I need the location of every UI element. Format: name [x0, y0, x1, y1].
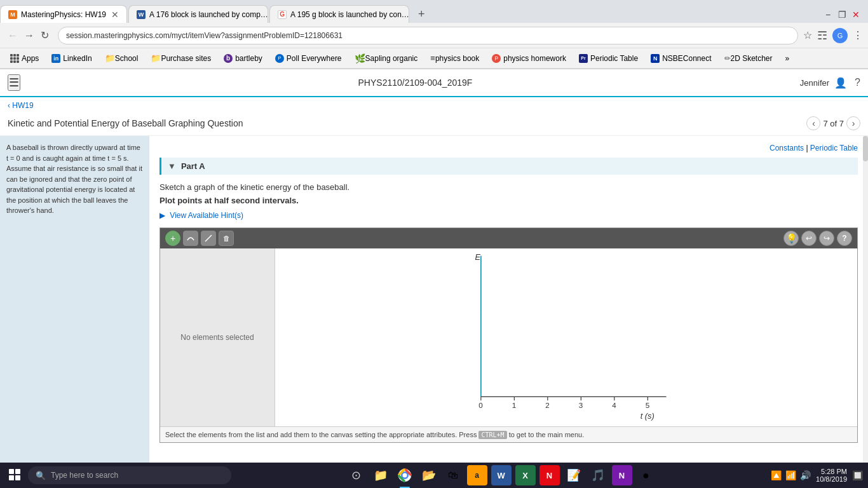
- bookmark-2d-sketcher[interactable]: ✏ 2D Sketcher: [719, 53, 778, 64]
- taskbar-sticky[interactable]: 📝: [564, 465, 584, 485]
- taskbar-netflix[interactable]: N: [539, 465, 560, 485]
- constants-row: Constants | Periodic Table: [159, 144, 858, 152]
- taskbar-other[interactable]: ●: [636, 465, 656, 485]
- address-icons: ☆ ☶ G ⋮: [803, 28, 863, 43]
- scrollbar-thumb[interactable]: [863, 136, 868, 161]
- refresh-button[interactable]: ↻: [38, 27, 51, 44]
- taskbar-network-icon[interactable]: 📶: [785, 470, 796, 480]
- tab-label-1: MasteringPhysics: HW19: [21, 10, 106, 19]
- taskbar-time[interactable]: 5:28 PM 10/8/2019: [816, 468, 847, 483]
- graph-hint-button[interactable]: 💡: [783, 231, 799, 246]
- forward-button[interactable]: →: [22, 27, 37, 44]
- taskbar-file-explorer[interactable]: 📁: [370, 465, 391, 485]
- app-header: ☰ PHYS2110/2109-004_2019F Jennifer 👤 ?: [0, 69, 868, 97]
- svg-text:4: 4: [612, 401, 616, 409]
- bookmark-bartleby[interactable]: b bartleby: [219, 53, 268, 64]
- graph-add-button[interactable]: +: [165, 231, 180, 246]
- bookmark-nsbe-label: NSBEConnect: [662, 54, 711, 63]
- taskbar-up-arrow-icon[interactable]: 🔼: [771, 470, 782, 480]
- bookmark-periodic-table[interactable]: Pr Periodic Table: [574, 53, 643, 64]
- hint-link-label: View Available Hint(s): [170, 211, 243, 220]
- bookmark-school-label: School: [115, 54, 139, 63]
- graph-body: No elements selected E 0 1: [160, 248, 857, 426]
- periodic-table-link[interactable]: Periodic Table: [810, 144, 858, 152]
- main-content: A baseball is thrown directly upward at …: [0, 136, 868, 469]
- linkedin-icon: in: [51, 54, 60, 63]
- profile-avatar[interactable]: G: [832, 28, 848, 43]
- bookmark-poll-everywhere[interactable]: P Poll Everywhere: [270, 53, 347, 64]
- taskbar-right: 🔼 📶 🔊 5:28 PM 10/8/2019 🔲: [771, 468, 863, 483]
- next-question-button[interactable]: ›: [846, 116, 860, 130]
- breadcrumb[interactable]: ‹ HW19: [0, 97, 868, 114]
- taskbar-search[interactable]: 🔍 Type here to search: [28, 466, 231, 484]
- bookmark-star-icon[interactable]: ☆: [803, 29, 812, 41]
- taskbar-amazon[interactable]: a: [467, 465, 487, 485]
- taskbar-search-placeholder: Type here to search: [51, 471, 118, 480]
- tab-label-3: A 195 g block is launched by con…: [290, 10, 409, 19]
- new-tab-button[interactable]: +: [413, 8, 430, 21]
- hamburger-menu[interactable]: ☰: [8, 74, 20, 91]
- taskbar-excel[interactable]: X: [515, 465, 536, 485]
- bookmark-physics-homework-label: physics homework: [503, 54, 566, 63]
- graph-line-button[interactable]: [201, 231, 216, 246]
- taskbar-chrome[interactable]: [395, 465, 415, 485]
- scrollbar-track[interactable]: [863, 136, 868, 469]
- tab-195[interactable]: G A 195 g block is launched by con… ✕: [269, 5, 409, 23]
- graph-delete-button[interactable]: 🗑: [219, 231, 234, 246]
- help-icon[interactable]: ?: [855, 77, 860, 88]
- taskbar-folder[interactable]: 📂: [419, 465, 439, 485]
- tab-close-1[interactable]: ✕: [111, 10, 119, 20]
- chrome-dots-icon[interactable]: ⋮: [853, 29, 863, 41]
- start-button[interactable]: [5, 465, 25, 485]
- address-bar: ← → ↻ ☆ ☶ G ⋮: [0, 23, 868, 48]
- bookmark-linkedin[interactable]: in LinkedIn: [46, 53, 97, 64]
- bookmark-sketcher-label: 2D Sketcher: [731, 54, 773, 63]
- collapse-arrow-icon[interactable]: ▼: [168, 161, 176, 171]
- chrome-menu-icon[interactable]: ☶: [817, 29, 827, 43]
- close-button[interactable]: ✕: [851, 10, 860, 18]
- graph-instructions: Select the elements from the list and ad…: [160, 426, 857, 442]
- bookmark-sapling[interactable]: 🌿 Sapling organic: [349, 52, 423, 65]
- graph-help-button[interactable]: ?: [837, 231, 852, 246]
- bookmark-bartleby-label: bartleby: [235, 54, 262, 63]
- tab-mastering[interactable]: M MasteringPhysics: HW19 ✕: [0, 5, 127, 23]
- svg-text:0: 0: [478, 401, 483, 409]
- bookmark-school[interactable]: 📁 School: [100, 52, 144, 64]
- taskbar-task-view[interactable]: ⊙: [346, 465, 367, 485]
- hint-link[interactable]: ▶ View Available Hint(s): [159, 211, 243, 220]
- taskbar-notification-icon[interactable]: 🔲: [852, 470, 863, 480]
- question-area: Constants | Periodic Table ▼ Part A Sket…: [149, 136, 868, 469]
- taskbar: 🔍 Type here to search ⊙ 📁 📂 🛍 a W X N 📝 …: [0, 463, 868, 488]
- svg-text:E: E: [475, 252, 481, 262]
- address-input[interactable]: [58, 27, 798, 44]
- graph-canvas[interactable]: E 0 1 2 3 4 5: [275, 248, 857, 426]
- bookmark-nsbe[interactable]: N NSBEConnect: [646, 53, 716, 64]
- minimize-button[interactable]: −: [824, 10, 832, 18]
- svg-text:5: 5: [646, 401, 649, 409]
- taskbar-onenote[interactable]: N: [612, 465, 632, 485]
- bookmark-purchase-sites[interactable]: 📁 Purchase sites: [146, 52, 216, 64]
- tab-176[interactable]: W A 176 block is launched by comp… ✕: [128, 5, 268, 23]
- maximize-button[interactable]: ❐: [837, 10, 846, 18]
- graph-redo-button[interactable]: ↪: [819, 231, 834, 246]
- taskbar-store[interactable]: 🛍: [443, 465, 463, 485]
- taskbar-volume-icon[interactable]: 🔊: [800, 470, 811, 480]
- more-bookmarks-icon: »: [785, 54, 790, 63]
- graph-curve-button[interactable]: [183, 231, 198, 246]
- constants-link[interactable]: Constants: [770, 144, 804, 152]
- graph-undo-button[interactable]: ↩: [801, 231, 817, 246]
- taskbar-music[interactable]: 🎵: [588, 465, 608, 485]
- bookmark-poll-label: Poll Everywhere: [287, 54, 342, 63]
- physics-homework-icon: P: [492, 54, 501, 63]
- bookmark-physics-homework[interactable]: P physics homework: [487, 53, 571, 64]
- bookmark-apps[interactable]: Apps: [5, 53, 44, 64]
- back-button[interactable]: ←: [5, 27, 20, 44]
- bookmark-physics-book[interactable]: ≡ physics book: [425, 52, 484, 64]
- bookmark-more[interactable]: »: [780, 53, 795, 64]
- taskbar-word[interactable]: W: [491, 465, 512, 485]
- prev-question-button[interactable]: ‹: [806, 116, 820, 130]
- periodic-table-icon: Pr: [579, 54, 588, 63]
- bookmark-periodic-table-label: Periodic Table: [590, 54, 638, 63]
- user-icon[interactable]: 👤: [834, 77, 847, 89]
- physics-book-icon: ≡: [430, 53, 435, 63]
